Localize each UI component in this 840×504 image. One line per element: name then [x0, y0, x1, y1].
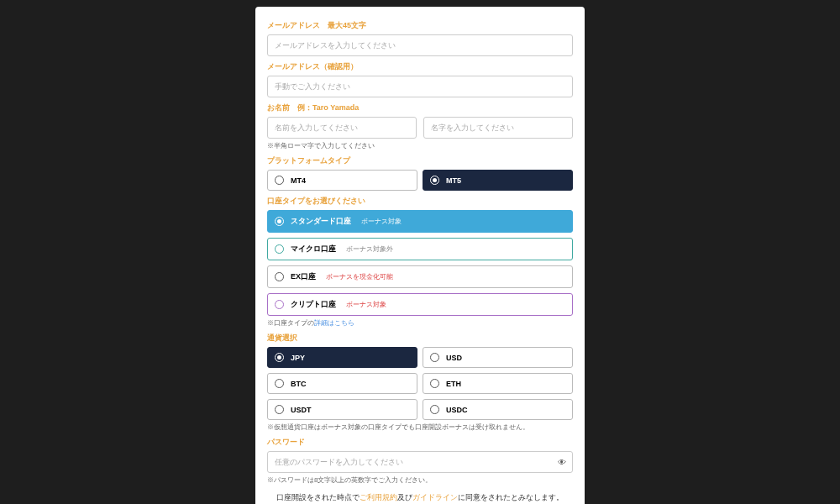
- account-tag: ボーナス対象外: [346, 244, 393, 254]
- radio-circle-icon: [275, 176, 284, 185]
- radio-circle-icon: [275, 379, 284, 388]
- registration-form: メールアドレス 最大45文字 メールアドレス（確認用） お名前 例：Taro Y…: [255, 7, 585, 504]
- name-hint: ※半角ローマ字で入力してください: [267, 141, 573, 150]
- radio-option-jpy[interactable]: JPY: [267, 347, 417, 368]
- radio-circle-icon: [275, 244, 284, 254]
- first-name-input[interactable]: [267, 117, 417, 139]
- radio-circle-icon: [430, 353, 439, 362]
- radio-option-mt4[interactable]: MT4: [267, 170, 417, 191]
- radio-label: JPY: [291, 354, 305, 362]
- currency-label: 通貨選択: [267, 333, 573, 344]
- consent-text: 口座開設をされた時点でご利用規約及びガイドラインに同意をされたとみなします。: [267, 493, 573, 503]
- account-type-label: 口座タイプをお選びください: [267, 196, 573, 207]
- email-input[interactable]: [267, 34, 573, 56]
- radio-label: マイクロ口座: [291, 244, 336, 255]
- radio-option-マイクロ口座[interactable]: マイクロ口座ボーナス対象外: [267, 238, 573, 260]
- platform-label: プラットフォームタイプ: [267, 155, 573, 166]
- currency-options: JPYUSDBTCETHUSDTUSDC: [267, 347, 573, 420]
- radio-label: USD: [446, 354, 462, 362]
- radio-circle-icon: [430, 405, 439, 414]
- radio-label: ETH: [446, 380, 461, 388]
- radio-label: MT5: [446, 176, 461, 185]
- radio-option-usdt[interactable]: USDT: [267, 399, 417, 420]
- radio-option-クリプト口座[interactable]: クリプト口座ボーナス対象: [267, 293, 573, 316]
- account-type-detail-link[interactable]: 詳細はこちら: [314, 319, 354, 327]
- radio-circle-icon: [275, 300, 284, 309]
- radio-circle-icon: [275, 353, 284, 362]
- email-confirm-label: メールアドレス（確認用）: [267, 61, 573, 72]
- password-hint: ※パスワードは8文字以上の英数字でご入力ください。: [267, 475, 573, 485]
- last-name-input[interactable]: [423, 117, 573, 139]
- account-tag: ボーナス対象: [346, 300, 386, 309]
- currency-hint: ※仮想通貨口座はボーナス対象の口座タイプでも口座開設ボーナスは受け取れません。: [267, 423, 573, 432]
- radio-label: BTC: [291, 380, 307, 388]
- radio-circle-icon: [430, 379, 439, 388]
- email-label: メールアドレス 最大45文字: [267, 20, 573, 31]
- radio-label: スタンダード口座: [291, 216, 351, 227]
- radio-circle-icon: [275, 405, 284, 414]
- radio-option-btc[interactable]: BTC: [267, 373, 417, 394]
- radio-label: クリプト口座: [291, 299, 336, 310]
- account-type-hint: ※口座タイプの詳細はこちら: [267, 318, 573, 328]
- radio-option-mt5[interactable]: MT5: [423, 170, 573, 191]
- radio-option-ex口座[interactable]: EX口座ボーナスを現金化可能: [267, 265, 573, 288]
- account-type-options: スタンダード口座ボーナス対象マイクロ口座ボーナス対象外EX口座ボーナスを現金化可…: [267, 210, 573, 316]
- radio-option-スタンダード口座[interactable]: スタンダード口座ボーナス対象: [267, 210, 573, 233]
- platform-options: MT4MT5: [267, 170, 573, 191]
- radio-option-eth[interactable]: ETH: [423, 373, 573, 394]
- account-tag: ボーナスを現金化可能: [326, 272, 393, 281]
- email-confirm-input[interactable]: [267, 76, 573, 97]
- radio-circle-icon: [275, 272, 284, 281]
- radio-label: MT4: [291, 176, 306, 185]
- radio-circle-icon: [275, 217, 284, 226]
- eye-icon[interactable]: 👁: [558, 458, 566, 467]
- account-tag: ボーナス対象: [361, 217, 402, 226]
- password-label: パスワード: [267, 437, 573, 448]
- password-input[interactable]: [267, 451, 573, 473]
- guidelines-link[interactable]: ガイドライン: [412, 493, 458, 501]
- radio-option-usd[interactable]: USD: [423, 347, 573, 368]
- radio-option-usdc[interactable]: USDC: [423, 399, 573, 420]
- radio-label: USDC: [446, 406, 468, 414]
- name-label: お名前 例：Taro Yamada: [267, 102, 573, 113]
- radio-label: EX口座: [291, 271, 316, 282]
- radio-circle-icon: [430, 176, 439, 185]
- radio-label: USDT: [291, 406, 312, 414]
- terms-link[interactable]: ご利用規約: [360, 493, 397, 501]
